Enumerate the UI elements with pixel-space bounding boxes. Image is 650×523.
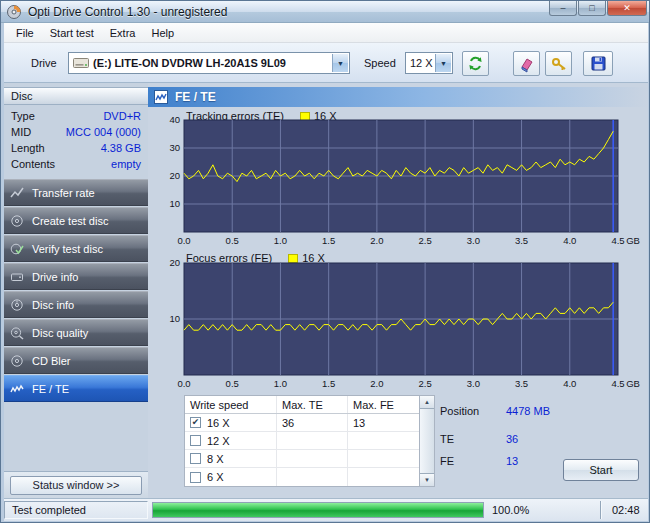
- max-te-cell: [277, 450, 348, 467]
- status-window-button[interactable]: Status window >>: [10, 476, 142, 495]
- max-te-cell: [277, 432, 348, 449]
- menu-item-help[interactable]: Help: [143, 24, 182, 42]
- chevron-down-icon[interactable]: ▼: [435, 54, 451, 72]
- sidebar: Disc Type DVD+R MID MCC 004 (000) Length…: [4, 83, 148, 498]
- te-label: TE: [440, 433, 506, 445]
- main-panel: FE / TE Tracking errors (TE) 16 X 102030…: [148, 83, 648, 498]
- te-value: 36: [506, 433, 518, 445]
- svg-text:0.5: 0.5: [226, 378, 239, 389]
- svg-text:20: 20: [169, 258, 180, 268]
- sidebar-item-label: FE / TE: [32, 383, 69, 395]
- svg-text:2.0: 2.0: [370, 235, 383, 246]
- table-row[interactable]: 12 X: [185, 432, 419, 450]
- checkbox-12x[interactable]: [190, 435, 201, 446]
- erase-disc-button[interactable]: [513, 51, 540, 76]
- elapsed-time: 02:48: [612, 504, 640, 516]
- speed-cell: 8 X: [207, 453, 224, 465]
- svg-text:1.0: 1.0: [274, 235, 287, 246]
- svg-text:3.0: 3.0: [467, 378, 480, 389]
- disc-field-value: 4.38 GB: [101, 142, 141, 154]
- svg-text:1.0: 1.0: [274, 378, 287, 389]
- sidebar-nav: Transfer rate Create test disc Verify te…: [4, 179, 148, 403]
- write-speed-table: Write speed Max. TE Max. FE ✔16 X 36 13 …: [184, 395, 420, 487]
- table-row[interactable]: 8 X: [185, 450, 419, 468]
- sidebar-item-label: CD Bler: [32, 355, 71, 367]
- speed-cell: 6 X: [207, 471, 224, 483]
- position-row: Position 4478 MB: [440, 405, 550, 417]
- checkbox-8x[interactable]: [190, 453, 201, 464]
- svg-text:GB: GB: [626, 378, 640, 389]
- menu-item-extra[interactable]: Extra: [102, 24, 144, 42]
- position-value: 4478 MB: [506, 405, 550, 417]
- start-button[interactable]: Start: [563, 459, 639, 481]
- refresh-icon: [467, 55, 484, 72]
- eraser-icon: [518, 55, 536, 73]
- sidebar-item-disc-quality[interactable]: Disc quality: [4, 319, 148, 346]
- disc-field-value: DVD+R: [103, 110, 141, 122]
- progress-percent: 100.0%: [492, 504, 529, 516]
- speed-cell: 16 X: [207, 417, 230, 429]
- checkbox-16x[interactable]: ✔: [190, 417, 201, 428]
- key-icon: [550, 55, 568, 73]
- menu-item-start-test[interactable]: Start test: [42, 24, 102, 42]
- close-button[interactable]: ✕: [607, 1, 647, 16]
- create-test-disc-icon: [10, 214, 24, 228]
- maximize-button[interactable]: □: [578, 1, 606, 16]
- checkbox-6x[interactable]: [190, 472, 201, 483]
- drive-label: Drive: [31, 57, 57, 69]
- svg-text:GB: GB: [626, 235, 640, 246]
- drive-select[interactable]: (E:) LITE-ON DVDRW LH-20A1S 9L09 ▼: [68, 52, 350, 74]
- disc-info-fields: Type DVD+R MID MCC 004 (000) Length 4.38…: [4, 108, 148, 172]
- scrollbar-thumb[interactable]: [420, 409, 434, 473]
- disc-field-label: Length: [11, 142, 45, 154]
- save-button[interactable]: [583, 51, 613, 76]
- scroll-down-icon[interactable]: ▼: [420, 473, 434, 486]
- table-row[interactable]: 6 X: [185, 468, 419, 486]
- table-row[interactable]: ✔16 X 36 13: [185, 414, 419, 432]
- max-fe-cell: [348, 432, 416, 449]
- sidebar-item-disc-info[interactable]: Disc info: [4, 291, 148, 318]
- scroll-up-icon[interactable]: ▲: [420, 396, 434, 409]
- toolbar: Drive (E:) LITE-ON DVDRW LH-20A1S 9L09 ▼…: [4, 43, 648, 83]
- svg-text:10: 10: [169, 313, 180, 324]
- fe-te-header: FE / TE: [148, 87, 648, 107]
- svg-text:4.0: 4.0: [563, 235, 576, 246]
- fe-row: FE 13: [440, 455, 518, 467]
- sidebar-item-fe-te[interactable]: FE / TE: [4, 375, 148, 402]
- svg-text:2.5: 2.5: [419, 235, 432, 246]
- window-title: Opti Drive Control 1.30 - unregistered: [28, 5, 227, 19]
- disc-field-type: Type DVD+R: [4, 108, 148, 124]
- refresh-button[interactable]: [462, 51, 489, 76]
- speed-value: 12 X: [410, 57, 433, 69]
- progress-bar: [152, 502, 484, 518]
- sidebar-item-label: Transfer rate: [32, 187, 95, 199]
- minimize-button[interactable]: –: [549, 1, 577, 16]
- svg-text:3.5: 3.5: [515, 235, 528, 246]
- titlebar[interactable]: Opti Drive Control 1.30 - unregistered –…: [1, 1, 650, 23]
- sidebar-item-transfer-rate[interactable]: Transfer rate: [4, 179, 148, 206]
- sidebar-item-cd-bler[interactable]: CD Bler: [4, 347, 148, 374]
- sidebar-item-create-test-disc[interactable]: Create test disc: [4, 207, 148, 234]
- disc-field-value: MCC 004 (000): [66, 126, 141, 138]
- sidebar-item-drive-info[interactable]: Drive info: [4, 263, 148, 290]
- col-max-te: Max. TE: [277, 396, 348, 413]
- svg-text:4.5: 4.5: [611, 235, 624, 246]
- sidebar-item-verify-test-disc[interactable]: Verify test disc: [4, 235, 148, 262]
- menu-item-file[interactable]: File: [8, 24, 42, 42]
- max-te-cell: [277, 468, 348, 486]
- te-row: TE 36: [440, 433, 518, 445]
- sidebar-item-label: Drive info: [32, 271, 78, 283]
- svg-text:10: 10: [169, 198, 180, 209]
- drive-icon: [73, 57, 89, 69]
- svg-text:2.5: 2.5: [419, 378, 432, 389]
- register-button[interactable]: [545, 51, 572, 76]
- table-header-row: Write speed Max. TE Max. FE: [185, 396, 419, 414]
- chevron-down-icon[interactable]: ▼: [332, 54, 348, 72]
- speed-select[interactable]: 12 X ▼: [405, 52, 453, 74]
- sidebar-item-label: Verify test disc: [32, 243, 103, 255]
- svg-text:3.0: 3.0: [467, 235, 480, 246]
- table-scrollbar[interactable]: ▲ ▼: [420, 395, 435, 487]
- progress-fill: [153, 503, 483, 517]
- verify-test-disc-icon: [10, 242, 24, 256]
- position-label: Position: [440, 405, 506, 417]
